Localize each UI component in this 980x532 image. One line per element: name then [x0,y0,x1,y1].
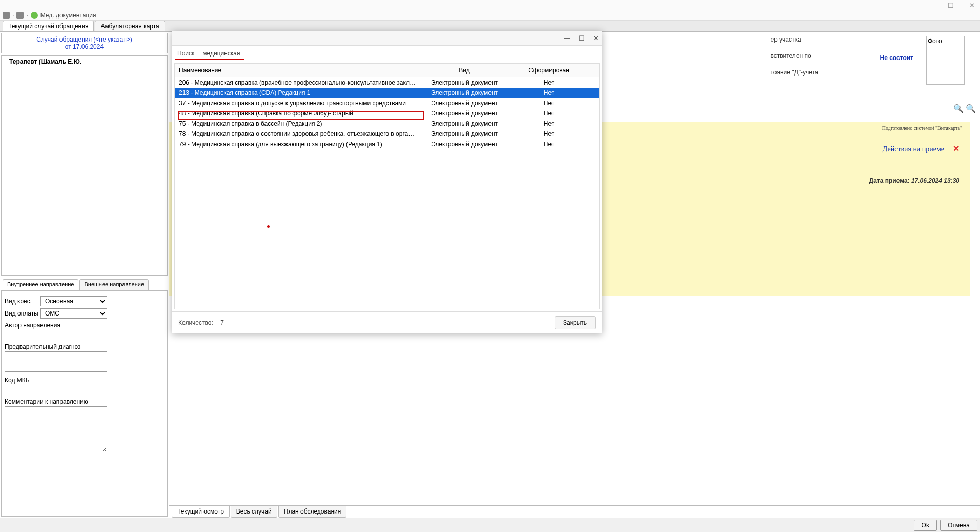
case-tree[interactable]: Терапевт (Шамаль Е.Ю. [1,55,168,276]
tree-node-therapist[interactable]: Терапевт (Шамаль Е.Ю. [2,56,167,67]
note-date: Дата приема: 17.06.2024 13:30 [869,176,959,185]
dstatus-link[interactable]: Не состоит [880,54,914,62]
cell-name: 48 - Медицинская справка (Справка по фор… [175,109,421,117]
cell-generated: Нет [508,109,590,117]
cell-type: Электронный документ [421,120,508,128]
table-row[interactable]: 213 - Медицинская справка (CDA) Редакция… [175,88,599,98]
table-row[interactable]: 78 - Медицинская справка о состоянии здо… [175,129,599,139]
cancel-button[interactable]: Отмена [940,520,977,531]
info-icon[interactable] [31,12,38,19]
table-body: 206 - Медицинская справка (врачебное про… [175,77,599,149]
search-dialog: — ☐ ✕ Поиск медицинская Наименование Вид… [172,31,602,333]
ok-button[interactable]: Ok [914,520,937,531]
prediag-input[interactable] [5,351,107,372]
pay-select[interactable]: ОМС [40,308,107,319]
case-link[interactable]: Случай обращения (<не указан>) [36,36,132,43]
tab-exam-plan[interactable]: План обследования [278,506,347,518]
area-label: ер участка [770,36,818,43]
note-actions-link[interactable]: Действия на приеме [883,145,944,153]
col-type[interactable]: Вид [421,64,508,77]
photo-box: Фото [926,36,965,85]
mkb-label: Код МКБ [5,377,164,384]
note-system: Подготовлено системой "Витакарта" [882,125,962,131]
zoom-in-icon[interactable]: 🔍 [953,104,964,113]
cell-name: 37 - Медицинская справка о допуске к упр… [175,99,421,107]
col-name[interactable]: Наименование [175,64,421,77]
dialog-minimize-icon[interactable]: — [564,34,570,42]
valid-label: вствителен по [770,52,818,60]
col-generated[interactable]: Сформирован [508,64,590,77]
cell-type: Электронный документ [421,89,508,97]
cell-type: Электронный документ [421,130,508,138]
dialog-maximize-icon[interactable]: ☐ [579,34,585,42]
direction-tabs: Внутреннее направление Внешнее направлен… [0,279,169,290]
close-icon[interactable]: ✕ [969,2,975,9]
zoom-bar: 🔍 🔍 [953,104,976,113]
table-header: Наименование Вид Сформирован [175,64,599,77]
cons-label: Вид конс. [5,298,40,305]
close-button[interactable]: Закрыть [555,316,596,329]
direction-form: Вид конс. Основная Вид оплаты ОМС Автор … [1,290,168,517]
table-row[interactable]: 206 - Медицинская справка (врачебное про… [175,77,599,88]
cell-type: Электронный документ [421,140,508,148]
tab-ambulatory-card[interactable]: Амбулаторная карта [95,21,165,31]
cell-generated: Нет [508,78,590,87]
count-text: Количество: 7 [178,319,224,326]
results-table: Наименование Вид Сформирован 206 - Медиц… [174,63,600,309]
zoom-out-icon[interactable]: 🔍 [966,104,976,113]
cell-generated: Нет [508,140,590,148]
search-label: Поиск [177,50,194,57]
tool-icon-2[interactable] [16,12,24,19]
toolbar-title: Мед. документация [40,12,96,19]
case-head: Случай обращения (<не указан>) от 17.06.… [2,33,167,53]
footer: Ok Отмена [0,518,980,532]
tab-current-exam[interactable]: Текущий осмотр [172,506,230,518]
dialog-titlebar: — ☐ ✕ [172,31,602,46]
table-row[interactable]: 79 - Медицинская справка (для выезжающег… [175,139,599,149]
dialog-close-icon[interactable]: ✕ [593,34,599,42]
cell-name: 75 - Медицинская справка в бассейн (Реда… [175,120,421,128]
case-box: Случай обращения (<не указан>) от 17.06.… [1,33,168,53]
tab-external-direction[interactable]: Внешнее направление [79,279,149,290]
app-toolbar: · · Мед. документация [0,10,980,21]
cell-type: Электронный документ [421,109,508,117]
left-panel: Случай обращения (<не указан>) от 17.06.… [0,32,169,518]
comments-input[interactable] [5,406,107,452]
tab-current-case[interactable]: Текущий случай обращения [3,21,94,31]
red-dot [267,225,270,228]
cell-name: 78 - Медицинская справка о состоянии здо… [175,130,421,138]
cell-generated: Нет [508,130,590,138]
cell-generated: Нет [508,120,590,128]
bottom-tabs: Текущий осмотр Весь случай План обследов… [169,505,980,518]
tab-internal-direction[interactable]: Внутреннее направление [3,279,78,290]
main-tabs: Текущий случай обращения Амбулаторная ка… [0,21,980,32]
comments-label: Комментарии к направлению [5,398,164,405]
dialog-footer: Количество: 7 Закрыть [172,311,602,333]
cons-select[interactable]: Основная [40,296,107,306]
cell-generated: Нет [508,89,590,97]
table-row[interactable]: 37 - Медицинская справка о допуске к упр… [175,98,599,108]
author-input[interactable] [5,330,107,340]
author-label: Автор направления [5,322,164,329]
tool-icon-1[interactable] [3,12,10,19]
cell-type: Электронный документ [421,99,508,107]
prediag-label: Предварительный диагноз [5,343,164,350]
table-row[interactable]: 75 - Медицинская справка в бассейн (Реда… [175,119,599,129]
cell-name: 206 - Медицинская справка (врачебное про… [175,78,421,87]
dstatus-label: тояние "Д"-учета [770,69,818,76]
case-date[interactable]: от 17.06.2024 [65,43,104,50]
window-titlebar: — ☐ ✕ [0,0,980,10]
cell-generated: Нет [508,99,590,107]
mkb-input[interactable] [5,385,48,395]
cell-name: 213 - Медицинская справка (CDA) Редакция… [175,89,421,97]
search-underline [175,59,244,60]
search-input[interactable]: медицинская [202,50,240,57]
minimize-icon[interactable]: — [926,2,932,9]
note-close-icon[interactable]: ✕ [953,144,959,153]
tab-whole-case[interactable]: Весь случай [231,506,277,518]
table-row[interactable]: 48 - Медицинская справка (Справка по фор… [175,108,599,119]
cell-type: Электронный документ [421,78,508,87]
photo-label: Фото [928,37,942,45]
pay-label: Вид оплаты [5,310,40,317]
maximize-icon[interactable]: ☐ [948,2,954,9]
